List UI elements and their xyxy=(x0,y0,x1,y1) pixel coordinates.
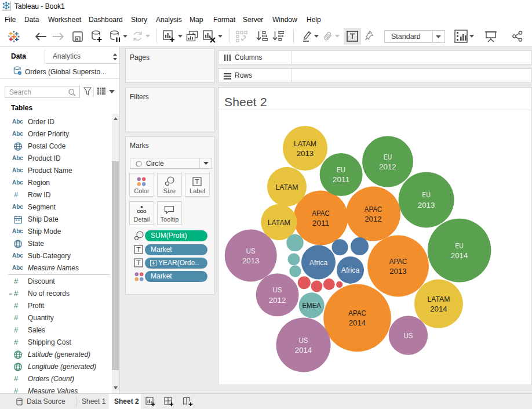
svg-text:LATAM: LATAM xyxy=(294,139,316,148)
svg-text:2013: 2013 xyxy=(418,201,435,209)
svg-text:US: US xyxy=(299,336,308,345)
svg-text:APAC: APAC xyxy=(365,205,382,213)
svg-text:2012: 2012 xyxy=(379,162,396,171)
svg-text:2012: 2012 xyxy=(365,215,382,223)
svg-text:EU: EU xyxy=(422,190,431,199)
svg-text:LATAM: LATAM xyxy=(268,218,290,227)
svg-text:Africa: Africa xyxy=(341,266,360,274)
svg-text:US: US xyxy=(273,285,282,294)
svg-text:APAC: APAC xyxy=(348,309,366,317)
svg-text:2014: 2014 xyxy=(295,346,312,354)
svg-text:EU: EU xyxy=(455,241,464,250)
svg-text:EMEA: EMEA xyxy=(302,301,321,310)
svg-text:2013: 2013 xyxy=(297,149,314,158)
svg-text:2012: 2012 xyxy=(269,296,286,305)
svg-text:US: US xyxy=(403,331,413,340)
svg-text:2011: 2011 xyxy=(312,219,330,227)
svg-text:LATAM: LATAM xyxy=(427,295,450,303)
svg-text:LATAM: LATAM xyxy=(276,183,298,191)
svg-text:2014: 2014 xyxy=(349,318,366,327)
svg-text:2011: 2011 xyxy=(333,175,350,184)
svg-text:2013: 2013 xyxy=(389,267,407,276)
svg-text:2014: 2014 xyxy=(430,305,447,313)
svg-text:2014: 2014 xyxy=(451,251,468,260)
svg-text:APAC: APAC xyxy=(312,209,330,218)
svg-text:2013: 2013 xyxy=(242,256,260,265)
svg-text:US: US xyxy=(246,247,256,255)
svg-text:EU: EU xyxy=(384,153,392,161)
svg-text:APAC: APAC xyxy=(389,257,407,266)
svg-text:Africa: Africa xyxy=(309,258,328,267)
svg-text:EU: EU xyxy=(337,165,345,174)
